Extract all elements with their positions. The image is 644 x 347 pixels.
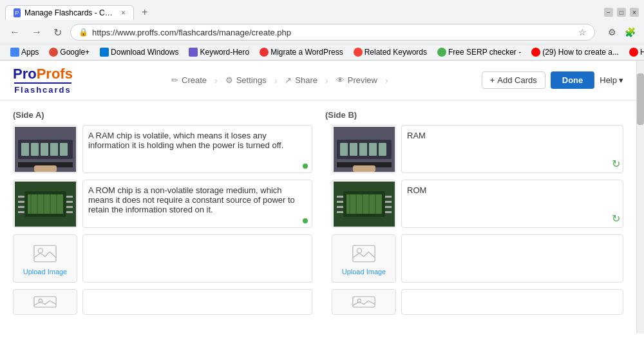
card-text-b-1[interactable]: RAM ↻ — [401, 125, 623, 173]
svg-rect-28 — [18, 206, 24, 208]
card-text-b-2[interactable]: ROM ↻ — [401, 180, 623, 228]
svg-rect-4 — [41, 143, 48, 156]
svg-rect-56 — [353, 297, 375, 307]
new-tab-button[interactable]: + — [139, 4, 150, 21]
svg-rect-27 — [18, 201, 24, 203]
rom-image-a — [15, 182, 76, 227]
scrollbar[interactable] — [636, 61, 644, 333]
header-actions: + Add Cards Done Help ▾ — [482, 71, 623, 89]
bookmark-hang-ups[interactable]: Hang Ups (Want You... — [625, 46, 644, 58]
bookmark-related-keywords[interactable]: Related Keywords — [350, 46, 431, 58]
back-button[interactable]: ← — [6, 25, 23, 39]
bookmark-keyword-hero[interactable]: Keyword-Hero — [185, 46, 253, 58]
card-row: Upload Image Upload — [13, 234, 623, 283]
card-image-a-1[interactable] — [13, 125, 77, 173]
svg-rect-30 — [66, 196, 73, 198]
tab-title: Manage Flashcards - Create Free... — [24, 8, 115, 17]
browser-tab[interactable]: P Manage Flashcards - Create Free... × — [5, 5, 134, 20]
create-icon: ✏ — [171, 75, 178, 85]
upload-image-button-a-3[interactable]: Upload Image — [13, 234, 77, 283]
svg-rect-45 — [337, 211, 343, 213]
refresh-icon: ↻ — [612, 212, 620, 225]
nav-step-settings-label: Settings — [236, 75, 267, 85]
card-image-b-1[interactable] — [332, 125, 396, 173]
reload-button[interactable]: ↻ — [50, 25, 65, 40]
bookmark-star-icon[interactable]: ☆ — [578, 27, 587, 37]
flashcard-editor: (Side A) (Side B) — [0, 100, 636, 324]
url-text: https://www.proffs.com/flashcards/manage… — [92, 28, 574, 37]
bookmark-download-windows[interactable]: Download Windows — [96, 46, 182, 58]
plus-icon: + — [490, 75, 495, 85]
bookmark-apps[interactable]: Apps — [6, 46, 43, 58]
image-placeholder-icon — [33, 242, 57, 265]
card-text-a-2[interactable]: A ROM chip is a non-volatile storage med… — [82, 180, 312, 228]
preview-icon: 👁 — [336, 75, 345, 85]
bookmark-migrate-wordpress[interactable]: Migrate a WordPress — [256, 46, 346, 58]
upload-placeholder-b4 — [352, 290, 375, 314]
tab-favicon: P — [14, 8, 21, 17]
image-placeholder-icon — [352, 242, 375, 265]
svg-rect-6 — [60, 143, 68, 156]
upload-image-button-a-4[interactable] — [13, 289, 77, 315]
bookmarks-bar: Apps Google+ Download Windows Keyword-He… — [0, 44, 644, 60]
card-side-b-1: RAM ↻ — [332, 125, 623, 173]
upload-placeholder-a4 — [33, 290, 57, 314]
address-bar-icons: ☆ — [578, 27, 587, 37]
maximize-button[interactable]: □ — [617, 8, 626, 17]
image-placeholder-icon-partial — [33, 290, 57, 314]
svg-rect-14 — [369, 143, 377, 156]
add-cards-button[interactable]: + Add Cards — [482, 71, 545, 89]
extension-icon[interactable]: 🧩 — [622, 24, 638, 40]
card-row: A RAM chip is volatile, which means it l… — [13, 125, 623, 173]
ram-image-a — [15, 127, 76, 172]
upload-image-button-b-4[interactable] — [332, 289, 396, 315]
forward-button[interactable]: → — [28, 25, 45, 39]
svg-rect-50 — [34, 245, 56, 261]
nav-step-create[interactable]: ✏ Create — [166, 73, 212, 88]
svg-rect-52 — [353, 245, 375, 261]
logo-proprofs: ProProfs — [13, 66, 73, 82]
close-button[interactable]: × — [630, 8, 639, 17]
card-text-b-3[interactable] — [401, 234, 623, 283]
upload-label-b-3: Upload Image — [342, 268, 386, 276]
svg-rect-47 — [385, 201, 392, 203]
tab-close-btn[interactable]: × — [121, 8, 126, 17]
window-controls: − □ × — [604, 8, 639, 17]
svg-rect-3 — [31, 143, 39, 156]
card-image-b-2[interactable] — [332, 180, 396, 228]
nav-step-preview[interactable]: 👁 Preview — [331, 73, 383, 88]
svg-rect-8 — [34, 165, 57, 172]
done-button[interactable]: Done — [551, 71, 595, 89]
lock-icon: 🔒 — [79, 28, 88, 37]
bookmark-serp-checker[interactable]: Free SERP checker - — [433, 46, 525, 58]
share-icon: ↗ — [285, 75, 292, 85]
card-side-b-4 — [332, 289, 623, 315]
card-text-b-4[interactable] — [401, 289, 623, 315]
card-text-a-3[interactable] — [82, 234, 312, 283]
profile-icon[interactable]: ⚙ — [604, 24, 620, 40]
svg-point-51 — [38, 248, 43, 252]
address-bar[interactable]: 🔒 https://www.proffs.com/flashcards/mana… — [70, 24, 595, 41]
svg-rect-17 — [353, 165, 375, 172]
help-button[interactable]: Help ▾ — [600, 75, 623, 85]
chevron-down-icon: ▾ — [619, 75, 623, 85]
svg-rect-54 — [34, 297, 56, 307]
nav-step-settings[interactable]: ⚙ Settings — [220, 73, 272, 88]
nav-step-share[interactable]: ↗ Share — [279, 73, 323, 88]
card-side-a-3: Upload Image — [13, 234, 312, 283]
ram-image-b — [334, 127, 395, 172]
minimize-button[interactable]: − — [604, 8, 613, 17]
svg-rect-36 — [346, 194, 382, 214]
bookmark-how-to-create[interactable]: (29) How to create a... — [527, 46, 623, 58]
card-side-a-4 — [13, 289, 312, 315]
bookmark-google-plus[interactable]: Google+ — [45, 46, 93, 58]
upload-image-button-b-3[interactable]: Upload Image — [332, 234, 396, 283]
card-text-a-1[interactable]: A RAM chip is volatile, which means it l… — [82, 125, 312, 173]
status-dot — [303, 218, 308, 223]
card-side-a-2: A ROM chip is a non-volatile storage med… — [13, 180, 312, 228]
card-image-a-2[interactable] — [13, 180, 77, 228]
scrollbar-thumb[interactable] — [637, 73, 644, 125]
card-side-b-3: Upload Image — [332, 234, 623, 283]
svg-rect-29 — [18, 211, 24, 213]
card-text-a-4[interactable] — [82, 289, 312, 315]
